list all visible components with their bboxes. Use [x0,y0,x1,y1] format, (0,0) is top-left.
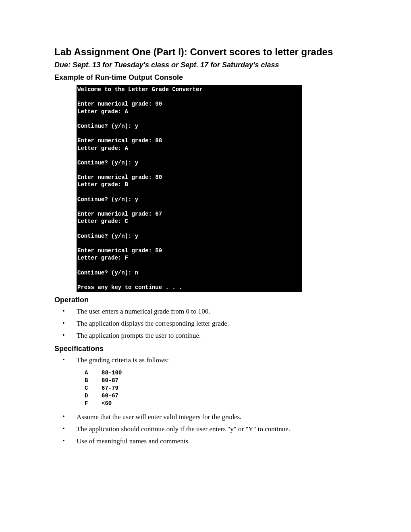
console-heading: Example of Run-time Output Console [54,73,357,82]
specifications-list-continued: Assume that the user will enter valid in… [62,413,357,445]
page-title: Lab Assignment One (Part I): Convert sco… [54,46,357,58]
grade-criteria-table: A 88-100 B 80-87 C 67-79 D 60-67 F <60 [85,369,357,407]
list-item: Use of meaningful names and comments. [62,437,357,445]
due-date: Due: Sept. 13 for Tuesday's class or Sep… [54,61,357,69]
specifications-heading: Specifications [54,345,357,353]
list-item: The application displays the correspondi… [62,320,357,328]
specifications-list: The grading criteria is as follows: [62,356,357,364]
list-item: Assume that the user will enter valid in… [62,413,357,421]
operation-heading: Operation [54,296,357,304]
list-item: The application prompts the user to cont… [62,332,357,340]
list-item: The grading criteria is as follows: [62,356,357,364]
list-item: The application should continue only if … [62,425,357,433]
operation-list: The user enters a numerical grade from 0… [62,308,357,340]
list-item: The user enters a numerical grade from 0… [62,308,357,316]
console-output: Welcome to the Letter Grade Converter En… [77,85,302,292]
